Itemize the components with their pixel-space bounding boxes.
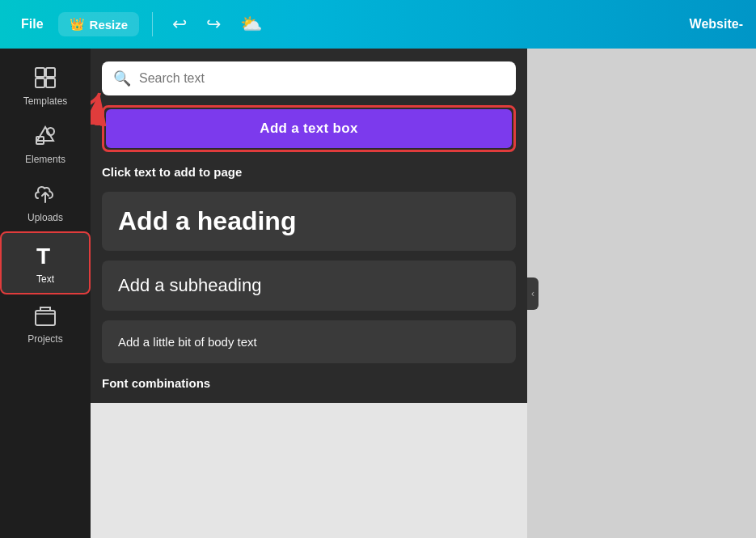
projects-label: Projects (27, 333, 62, 345)
search-bar[interactable]: 🔍 (102, 61, 516, 95)
svg-rect-1 (46, 68, 55, 77)
elements-icon (34, 125, 57, 150)
document-title: Website- (690, 17, 743, 32)
panel-wrapper: 🔍 Add a text box (91, 49, 527, 538)
file-menu[interactable]: File (13, 12, 52, 36)
svg-rect-2 (36, 78, 44, 87)
svg-text:T: T (36, 244, 50, 267)
cloud-save-icon[interactable]: ⛅ (234, 11, 268, 38)
main-layout: Templates Elements Uploads (0, 49, 756, 538)
add-textbox-button[interactable]: Add a text box (106, 109, 512, 148)
panel-collapse-handle[interactable]: ‹ (527, 277, 538, 310)
header-divider (152, 12, 153, 36)
search-icon: 🔍 (113, 70, 131, 87)
header: File 👑 Resize ↩ ↪ ⛅ Website- (0, 0, 756, 49)
resize-button[interactable]: 👑 Resize (58, 12, 140, 36)
text-panel: 🔍 Add a text box (91, 49, 527, 403)
sidebar: Templates Elements Uploads (0, 49, 91, 538)
templates-icon (34, 66, 57, 92)
sidebar-item-text[interactable]: T Text (0, 231, 91, 294)
body-text-option[interactable]: Add a little bit of body text (102, 320, 516, 363)
sidebar-item-projects[interactable]: Projects (0, 294, 91, 353)
redo-button[interactable]: ↪ (200, 11, 227, 38)
undo-button[interactable]: ↩ (166, 11, 193, 38)
crown-icon: 👑 (70, 17, 85, 32)
canvas-area[interactable] (527, 49, 756, 538)
svg-rect-7 (36, 311, 55, 325)
resize-label: Resize (90, 18, 129, 32)
uploads-icon (34, 183, 57, 209)
add-textbox-wrapper: Add a text box (102, 105, 516, 152)
instruction-text: Click text to add to page (102, 165, 516, 179)
text-icon: T (34, 243, 57, 270)
elements-label: Elements (25, 154, 65, 165)
sidebar-item-elements[interactable]: Elements (0, 115, 91, 173)
sidebar-item-uploads[interactable]: Uploads (0, 173, 91, 231)
sidebar-item-templates[interactable]: Templates (0, 57, 91, 115)
svg-rect-0 (36, 68, 44, 77)
templates-label: Templates (23, 95, 68, 107)
svg-rect-3 (46, 78, 55, 87)
uploads-label: Uploads (27, 212, 63, 223)
projects-icon (34, 304, 57, 330)
heading-option[interactable]: Add a heading (102, 192, 516, 251)
text-label: Text (36, 273, 54, 285)
search-input[interactable] (139, 71, 505, 86)
add-textbox-border: Add a text box (102, 105, 516, 152)
font-combinations-title: Font combinations (102, 376, 516, 390)
subheading-option[interactable]: Add a subheading (102, 261, 516, 311)
